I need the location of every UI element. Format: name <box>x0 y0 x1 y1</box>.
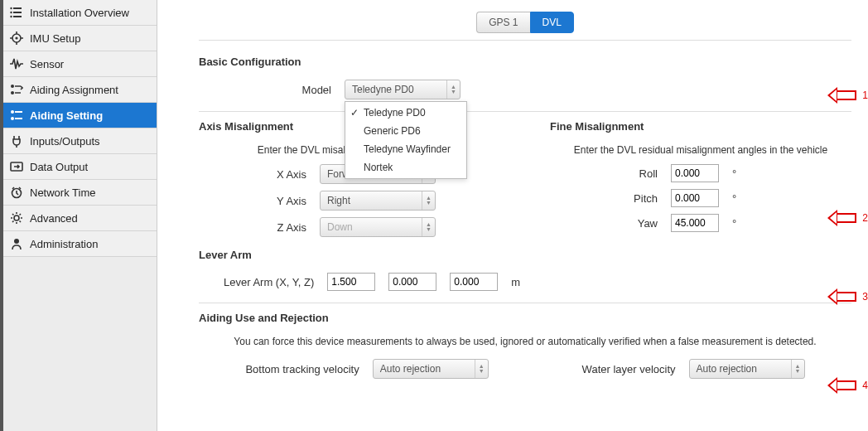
bottom-value: Auto rejection <box>380 363 441 375</box>
fine-hint: Enter the DVL residual misalignment angl… <box>550 144 851 156</box>
yaw-label: Yaw <box>550 217 658 230</box>
model-option[interactable]: Teledyne Wayfinder <box>345 140 466 158</box>
svg-point-6 <box>11 91 14 94</box>
wave-icon <box>10 57 23 70</box>
plug-icon <box>10 134 23 148</box>
tab-gps1[interactable]: GPS 1 <box>476 12 529 33</box>
yaw-input[interactable] <box>671 214 719 232</box>
sidebar-item-label: Data Output <box>30 161 88 173</box>
sidebar-item-advanced[interactable]: Advanced <box>3 206 157 231</box>
admin-icon <box>10 237 23 250</box>
sidebar-item-label: Network Time <box>30 186 95 199</box>
clock-icon <box>10 186 23 199</box>
annotation-number: 1 <box>862 90 868 101</box>
model-select[interactable]: Teledyne PD0 ▲▼ Teledyne PD0 Generic PD6… <box>345 80 461 99</box>
water-value: Auto rejection <box>697 363 757 375</box>
yaxis-value: Right <box>327 195 350 206</box>
section-rejection-title: Aiding Use and Rejection <box>199 312 851 324</box>
svg-point-2 <box>10 16 12 17</box>
bottom-label: Bottom tracking velocity <box>245 363 359 375</box>
sidebar-item-label: Administration <box>30 238 98 250</box>
stepper-arrows-icon: ▲▼ <box>422 218 432 236</box>
sidebar-item-inputs-outputs[interactable]: Inputs/Outputs <box>3 128 157 154</box>
model-option[interactable]: Teledyne PD0 <box>345 104 466 122</box>
model-option[interactable]: Nortek <box>345 158 466 177</box>
unit-label: ° <box>732 192 736 205</box>
roll-input[interactable] <box>671 164 719 182</box>
lever-y-input[interactable] <box>388 273 436 291</box>
sidebar-item-label: Aiding Assignment <box>30 84 118 96</box>
lever-z-input[interactable] <box>450 273 498 291</box>
zaxis-value: Down <box>327 221 353 233</box>
stepper-arrows-icon: ▲▼ <box>422 191 432 210</box>
divider <box>199 111 851 112</box>
yaxis-select[interactable]: Right▲▼ <box>320 191 436 211</box>
settings-icon <box>10 109 23 122</box>
model-dropdown: Teledyne PD0 Generic PD6 Teledyne Wayfin… <box>345 101 467 179</box>
annotation-number: 2 <box>862 212 868 224</box>
section-basic-title: Basic Configuration <box>199 56 851 68</box>
annotation-arrow: 1 <box>827 87 868 104</box>
xaxis-label: X Axis <box>199 168 306 181</box>
sidebar-item-aiding-assignment[interactable]: Aiding Assignment <box>3 77 157 103</box>
svg-point-1 <box>10 12 12 13</box>
stepper-arrows-icon: ▲▼ <box>446 80 456 99</box>
gear-icon <box>10 211 23 225</box>
annotation-arrow: 3 <box>827 288 868 305</box>
svg-point-7 <box>11 110 14 114</box>
svg-point-5 <box>11 85 14 88</box>
unit-label: ° <box>732 217 736 230</box>
stepper-arrows-icon: ▲▼ <box>791 360 801 378</box>
sidebar-item-administration[interactable]: Administration <box>3 231 157 257</box>
sidebar-item-label: IMU Setup <box>30 32 80 45</box>
sidebar-item-imu-setup[interactable]: IMU Setup <box>3 26 157 51</box>
pitch-input[interactable] <box>671 189 719 207</box>
svg-point-11 <box>14 216 19 220</box>
lever-label: Lever Arm (X, Y, Z) <box>224 276 314 288</box>
sidebar-item-sensor[interactable]: Sensor <box>3 51 157 77</box>
section-lever-title: Lever Arm <box>199 249 851 261</box>
sidebar-item-label: Advanced <box>30 212 78 225</box>
arrow-left-icon <box>827 210 861 226</box>
sidebar-item-label: Aiding Setting <box>30 109 103 122</box>
pitch-label: Pitch <box>550 192 658 205</box>
tab-dvl[interactable]: DVL <box>530 12 574 33</box>
lever-x-input[interactable] <box>327 273 375 291</box>
sidebar-item-label: Sensor <box>30 58 64 70</box>
sidebar-item-network-time[interactable]: Network Time <box>3 180 157 206</box>
output-icon <box>10 160 23 173</box>
roll-label: Roll <box>550 167 658 180</box>
model-select-value: Teledyne PD0 <box>352 84 414 95</box>
divider <box>199 303 851 303</box>
list-icon <box>10 6 23 19</box>
sidebar-item-installation-overview[interactable]: Installation Overview <box>3 0 157 26</box>
sidebar-item-label: Installation Overview <box>30 7 129 19</box>
assign-icon <box>10 83 23 96</box>
svg-point-4 <box>15 36 17 39</box>
section-fine-title: Fine Misalignment <box>550 120 851 133</box>
svg-point-12 <box>14 239 19 244</box>
zaxis-label: Z Axis <box>199 221 306 234</box>
svg-point-0 <box>10 7 12 9</box>
bottom-select[interactable]: Auto rejection▲▼ <box>373 359 489 379</box>
rejection-hint: You can force this device measurements t… <box>199 336 851 347</box>
unit-label: ° <box>732 167 736 180</box>
water-label: Water layer velocity <box>582 363 676 375</box>
sidebar-item-label: Inputs/Outputs <box>30 135 100 148</box>
zaxis-select: Down▲▼ <box>320 217 436 237</box>
sidebar-item-data-output[interactable]: Data Output <box>3 154 157 180</box>
sidebar: Installation Overview IMU Setup Sensor A… <box>0 0 157 431</box>
unit-label: m <box>511 276 520 288</box>
yaxis-label: Y Axis <box>199 195 306 207</box>
model-option[interactable]: Generic PD6 <box>345 122 466 140</box>
annotation-arrow: 4 <box>827 377 868 394</box>
annotation-arrow: 2 <box>827 210 868 226</box>
model-label: Model <box>224 84 331 96</box>
svg-point-8 <box>11 117 14 120</box>
water-select[interactable]: Auto rejection▲▼ <box>689 359 805 379</box>
sidebar-item-aiding-setting[interactable]: Aiding Setting <box>3 103 157 128</box>
main-panel: GPS 1 DVL Basic Configuration Model Tele… <box>157 0 868 431</box>
annotation-number: 3 <box>862 291 868 303</box>
arrow-left-icon <box>827 377 861 394</box>
stepper-arrows-icon: ▲▼ <box>475 360 485 378</box>
